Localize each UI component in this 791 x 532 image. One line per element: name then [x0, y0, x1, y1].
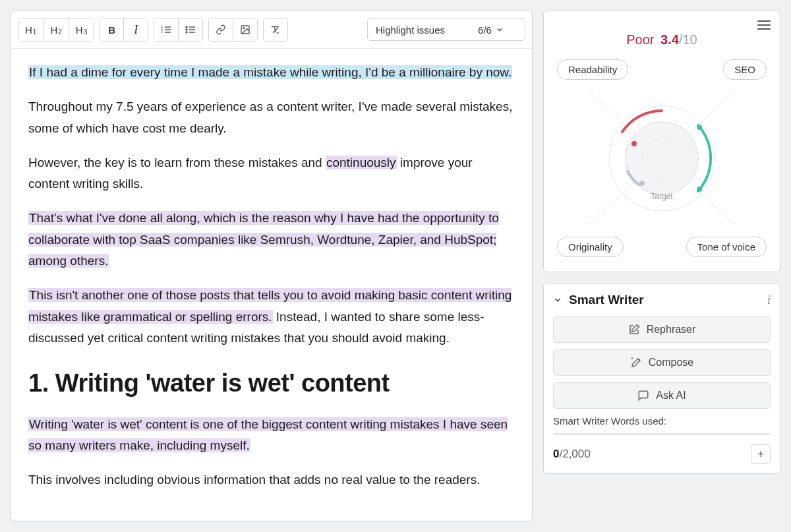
score-max: /10: [679, 32, 697, 47]
h2-button[interactable]: H2: [44, 18, 69, 41]
compose-icon: [630, 357, 642, 369]
compose-button[interactable]: Compose: [553, 349, 771, 376]
smart-writer-card: Smart Writer i Rephraser Compose Ask AI …: [543, 283, 780, 474]
svg-text:3: 3: [161, 30, 163, 34]
link-icon: [216, 24, 226, 35]
seo-button[interactable]: SEO: [723, 59, 767, 80]
highlight-counter: 6/6: [478, 24, 504, 36]
paragraph: Throughout my 7.5 years of experience as…: [28, 96, 515, 139]
tone-button[interactable]: Tone of voice: [686, 237, 767, 257]
svg-point-14: [631, 141, 637, 146]
paragraph: If I had a dime for every time I made a …: [28, 62, 515, 83]
svg-point-16: [697, 187, 702, 192]
highlight-issues-select[interactable]: Highlight issues 6/6: [367, 18, 525, 41]
editor-panel: H1 H2 H3 B I 123: [11, 11, 533, 521]
originality-button[interactable]: Originality: [557, 237, 624, 257]
readability-button[interactable]: Readability: [557, 59, 628, 80]
chevron-down-icon: [553, 295, 562, 305]
menu-button[interactable]: [757, 20, 771, 30]
ordered-list-button[interactable]: 123: [154, 18, 179, 41]
score-value: 3.4: [660, 32, 679, 47]
clear-group: [263, 18, 288, 42]
chat-icon: [637, 390, 649, 401]
svg-point-5: [186, 32, 187, 33]
paragraph: This isn't another one of those posts th…: [28, 285, 515, 349]
heading-group: H1 H2 H3: [18, 18, 94, 42]
usage-count: 0/2,000: [553, 448, 591, 461]
score-label: Poor: [626, 32, 654, 47]
usage-label: Smart Writer Words used:: [553, 415, 771, 427]
rephraser-button[interactable]: Rephraser: [553, 316, 771, 343]
image-button[interactable]: [233, 18, 257, 41]
unordered-list-icon: [185, 24, 196, 35]
add-words-button[interactable]: +: [751, 444, 771, 464]
highlight-label: Highlight issues: [376, 24, 445, 36]
rephraser-icon: [628, 324, 640, 336]
highlight-purple: continuously: [326, 156, 397, 169]
app-root: H1 H2 H3 B I 123: [11, 11, 780, 521]
highlight-purple: That's what I've done all along, which i…: [28, 211, 499, 268]
svg-point-17: [639, 181, 645, 186]
h3-button[interactable]: H3: [69, 18, 94, 41]
svg-point-7: [243, 28, 245, 29]
score-display: Poor 3.4/10: [553, 32, 771, 47]
format-group: B I: [100, 18, 148, 42]
insert-group: [208, 18, 258, 42]
paragraph: However, the key is to learn from these …: [28, 152, 515, 195]
image-icon: [240, 24, 250, 35]
unordered-list-button[interactable]: [179, 18, 202, 41]
usage-progress: [553, 433, 771, 435]
hamburger-icon: [757, 20, 771, 22]
metrics-card: Poor 3.4/10 Readability SEO Originality …: [543, 11, 780, 272]
ordered-list-icon: 123: [161, 24, 171, 35]
info-icon[interactable]: i: [767, 293, 771, 307]
ask-ai-button[interactable]: Ask AI: [553, 382, 771, 409]
chevron-down-icon: [496, 26, 504, 34]
usage-footer: 0/2,000 +: [553, 444, 771, 464]
list-group: 123: [154, 18, 203, 42]
highlight-blue: If I had a dime for every time I made a …: [28, 65, 512, 79]
radar-svg: [576, 79, 747, 237]
svg-point-4: [186, 29, 187, 30]
editor-body[interactable]: If I had a dime for every time I made a …: [11, 49, 532, 521]
svg-point-15: [697, 125, 702, 130]
link-button[interactable]: [209, 18, 233, 41]
highlight-purple: Writing 'water is wet' content is one of…: [28, 417, 508, 452]
bold-button[interactable]: B: [100, 18, 124, 41]
paragraph: That's what I've done all along, which i…: [28, 208, 515, 272]
paragraph: Writing 'water is wet' content is one of…: [28, 414, 515, 457]
clear-format-icon: [270, 24, 281, 35]
radar-chart: Readability SEO Originality Tone of voic…: [553, 59, 771, 257]
svg-point-3: [186, 26, 187, 28]
heading: 1. Writing 'water is wet' content: [28, 362, 515, 405]
smart-writer-title: Smart Writer: [569, 293, 761, 307]
smart-writer-header[interactable]: Smart Writer i: [553, 293, 771, 307]
italic-button[interactable]: I: [124, 18, 148, 41]
clear-formatting-button[interactable]: [264, 18, 287, 41]
side-panel: Poor 3.4/10 Readability SEO Originality …: [543, 11, 780, 521]
editor-toolbar: H1 H2 H3 B I 123: [11, 11, 532, 49]
paragraph: This involves including obvious informat…: [28, 469, 515, 490]
target-label: Target: [651, 192, 672, 201]
h1-button[interactable]: H1: [18, 18, 44, 41]
